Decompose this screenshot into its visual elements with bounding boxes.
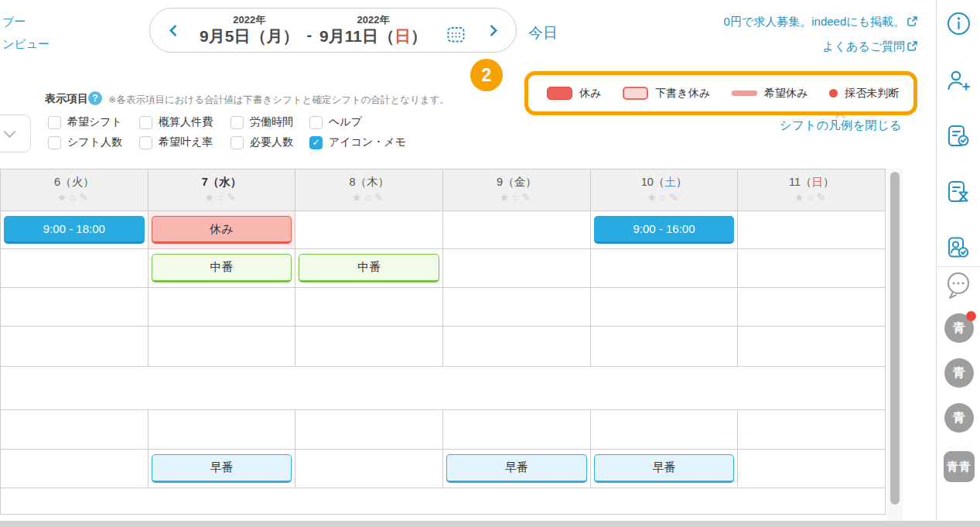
star-icon[interactable]: ★ <box>794 191 808 204</box>
rest-shift[interactable]: 休み <box>152 216 292 244</box>
requested-rest-bar-icon <box>732 91 757 96</box>
shift-row-3 <box>1 288 886 327</box>
staff-avatar-2[interactable]: 青 <box>944 358 974 388</box>
info-icon[interactable] <box>937 11 980 36</box>
grid-cell[interactable]: 早番 <box>443 450 591 488</box>
checkbox-hitsuyou-ninzu[interactable]: 必要人数 <box>230 135 309 149</box>
checkbox-kibou-shift[interactable]: 希望シフト <box>48 115 139 129</box>
recruit-link[interactable]: 0円で求人募集。indeedにも掲載。 <box>724 9 917 34</box>
circle-icon[interactable]: ○ <box>807 191 816 204</box>
grid-cell[interactable] <box>591 327 739 366</box>
grid-cell[interactable]: 9:00 - 18:00 <box>1 211 149 248</box>
grid-cell[interactable] <box>295 288 443 326</box>
checkbox-gaisan-jinkenhi[interactable]: 概算人件費 <box>139 115 230 129</box>
grid-cell[interactable] <box>738 249 886 287</box>
next-week-button[interactable] <box>483 20 504 40</box>
calendar-picker-icon[interactable] <box>446 24 466 48</box>
checkbox-kibou-kanaeritsu[interactable]: 希望叶え率 <box>139 135 230 149</box>
grid-cell[interactable] <box>1 410 149 449</box>
grid-cell[interactable] <box>591 410 739 449</box>
naka-shift[interactable]: 中番 <box>299 254 439 282</box>
pencil-icon[interactable]: ✎ <box>227 191 239 204</box>
checkbox-help[interactable]: ヘルプ <box>309 115 362 129</box>
haya-shift[interactable]: 早番 <box>594 454 735 483</box>
grid-cell[interactable] <box>738 327 886 366</box>
grid-cell[interactable] <box>295 410 443 449</box>
grid-cell[interactable]: 早番 <box>149 450 296 488</box>
grid-cell[interactable] <box>738 211 886 248</box>
today-button[interactable]: 今日 <box>528 23 558 43</box>
checkbox-roudou-jikan[interactable]: 労働時間 <box>230 115 309 129</box>
grid-cell[interactable] <box>443 327 591 366</box>
close-legend-link[interactable]: シフトの凡例を閉じる <box>780 118 902 134</box>
staff-avatar-3[interactable]: 青 <box>944 403 974 433</box>
prev-week-button[interactable] <box>162 20 183 40</box>
staff-check-icon[interactable] <box>937 234 980 261</box>
grid-cell[interactable] <box>443 288 591 326</box>
day-header-fri: 9（金） ★○✎ <box>443 169 591 210</box>
pencil-icon[interactable]: ✎ <box>522 191 534 204</box>
grid-cell[interactable] <box>1 249 149 287</box>
grid-cell[interactable] <box>591 288 739 326</box>
pencil-icon[interactable]: ✎ <box>374 191 387 204</box>
day-header-sun: 11（日） ★○✎ <box>738 169 886 210</box>
checkbox-shift-ninzu[interactable]: シフト人数 <box>48 135 139 149</box>
shift-approved-icon[interactable] <box>937 123 980 149</box>
grid-cell[interactable] <box>1 327 149 366</box>
grid-cell[interactable]: 9:00 - 16:00 <box>591 211 739 248</box>
star-icon[interactable]: ★ <box>352 191 365 204</box>
circle-icon[interactable]: ○ <box>660 191 669 204</box>
staff-avatar-group[interactable]: 青青 <box>944 451 975 482</box>
grid-cell[interactable] <box>1 450 149 488</box>
grid-cell[interactable] <box>149 327 296 366</box>
star-icon[interactable]: ★ <box>647 191 660 204</box>
view-link-1[interactable]: ブー <box>2 11 50 33</box>
circle-icon[interactable]: ○ <box>217 191 227 204</box>
shift-pending-icon[interactable] <box>937 179 980 205</box>
grid-cell[interactable] <box>443 410 591 449</box>
grid-cell[interactable] <box>295 327 443 366</box>
grid-cell[interactable]: 中番 <box>295 249 443 287</box>
grid-cell[interactable]: 早番 <box>591 450 739 488</box>
grid-cell[interactable] <box>295 450 443 488</box>
naka-shift[interactable]: 中番 <box>152 254 292 282</box>
add-staff-icon[interactable] <box>937 67 980 94</box>
grid-cell[interactable] <box>149 410 296 449</box>
grid-cell[interactable] <box>443 211 591 248</box>
checkbox-icon-memo[interactable]: ✓アイコン・メモ <box>309 135 406 149</box>
haya-shift[interactable]: 早番 <box>152 454 292 483</box>
grid-cell[interactable] <box>738 410 886 449</box>
help-icon[interactable]: ? <box>88 91 102 105</box>
confirmed-shift[interactable]: 9:00 - 16:00 <box>594 216 735 244</box>
haya-shift[interactable]: 早番 <box>446 454 587 483</box>
star-icon[interactable]: ★ <box>56 191 70 204</box>
pencil-icon[interactable]: ✎ <box>79 191 91 204</box>
star-icon[interactable]: ★ <box>499 191 512 204</box>
grid-cell[interactable] <box>591 249 739 287</box>
view-link-2[interactable]: ンビュー <box>2 33 50 56</box>
circle-icon[interactable]: ○ <box>70 191 79 204</box>
grid-cell[interactable] <box>738 288 886 326</box>
faq-link[interactable]: よくあるご質問 <box>724 34 917 59</box>
grid-cell[interactable] <box>738 450 886 488</box>
collapse-panel-button[interactable] <box>0 115 31 152</box>
grid-cell[interactable] <box>295 211 443 248</box>
grid-cell[interactable] <box>443 249 591 287</box>
grid-cell[interactable]: 休み <box>149 211 296 248</box>
vertical-scrollbar-thumb[interactable] <box>890 172 900 505</box>
checkbox-icon <box>48 116 61 129</box>
grid-cell[interactable] <box>1 288 149 326</box>
circle-icon[interactable]: ○ <box>512 191 521 204</box>
comments-icon[interactable] <box>937 271 980 300</box>
circle-icon[interactable]: ○ <box>364 191 374 204</box>
grid-cell[interactable] <box>149 288 296 326</box>
date-range: 2022年 9月5日（月） - 2022年 9月11日（日） <box>183 13 483 48</box>
pencil-icon[interactable]: ✎ <box>817 191 829 204</box>
pencil-icon[interactable]: ✎ <box>669 191 681 204</box>
shift-row-4 <box>1 327 886 367</box>
date-separator: - <box>306 17 312 44</box>
view-switch-links[interactable]: ブー ンビュー <box>2 11 50 55</box>
confirmed-shift[interactable]: 9:00 - 18:00 <box>4 216 145 244</box>
star-icon[interactable]: ★ <box>204 191 217 204</box>
grid-cell[interactable]: 中番 <box>149 249 296 287</box>
